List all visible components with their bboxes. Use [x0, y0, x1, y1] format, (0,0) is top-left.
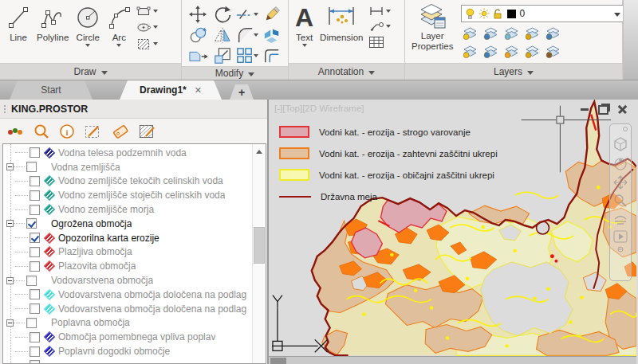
restore-icon[interactable] — [597, 104, 609, 115]
tree-checkbox[interactable] — [26, 162, 37, 172]
trim-button[interactable] — [236, 6, 258, 22]
tab-drawing1[interactable]: Drawing1*✕ — [120, 80, 222, 100]
hatch-edit-icon[interactable] — [139, 123, 156, 139]
edit-icon[interactable] — [85, 123, 102, 139]
showmotion-icon[interactable] — [612, 229, 628, 244]
tree-item[interactable]: Vodno zemljišče tekočih celinskih voda — [3, 174, 252, 189]
tree-checkbox[interactable] — [26, 276, 37, 286]
tab-close-icon[interactable]: ✕ — [195, 85, 202, 96]
tree-item[interactable]: Poplavna območja — [3, 316, 252, 331]
layer-thaw-icon[interactable] — [504, 44, 519, 59]
layer-merge-icon[interactable] — [545, 25, 561, 41]
fillet-button[interactable] — [236, 26, 258, 44]
layer-freeze-icon[interactable] — [504, 25, 519, 41]
dimension-style-button[interactable] — [368, 6, 391, 17]
tag-icon[interactable] — [112, 123, 129, 139]
tree-item[interactable]: Plazovita območja — [3, 259, 252, 273]
pan-icon[interactable] — [612, 174, 628, 190]
tree-item[interactable]: Vodna zemljišča — [3, 160, 252, 174]
circle-button[interactable]: Circle — [72, 2, 104, 51]
tab-start[interactable]: Start — [10, 80, 93, 100]
tree-checkbox[interactable] — [30, 360, 40, 363]
modify-panel-title[interactable]: Modify — [182, 66, 288, 80]
tree-expander-icon[interactable] — [6, 163, 14, 170]
scrollbar-thumb[interactable] — [270, 358, 286, 364]
layer-dropdown[interactable]: 0 — [461, 5, 624, 22]
scrollbar-thumb[interactable] — [254, 227, 265, 264]
arc-button[interactable]: Arc — [104, 2, 134, 51]
layer-lock-icon[interactable] — [525, 25, 540, 41]
tree-item[interactable]: Poplavni dogodki območje — [3, 344, 252, 358]
table-button[interactable] — [368, 36, 391, 49]
array-button[interactable] — [236, 47, 258, 65]
info-icon[interactable]: i — [59, 123, 75, 139]
tree-item[interactable]: Vodno zemljišče stoječih celinskih voda — [3, 188, 252, 202]
tree-checkbox[interactable] — [30, 233, 40, 243]
options-dots-icon[interactable] — [6, 124, 24, 139]
zoom-icon[interactable] — [612, 193, 628, 209]
text-button[interactable]: A Text — [292, 2, 317, 51]
mirror-icon[interactable] — [213, 26, 232, 44]
copy-icon[interactable] — [188, 26, 207, 44]
tree-item[interactable]: Vodovarstvena območja določena na podlag — [3, 302, 252, 316]
tree-checkbox[interactable] — [30, 247, 40, 257]
polyline-button[interactable]: Polyline — [33, 2, 72, 44]
tree-item[interactable]: Območja pomembnega vpliva poplav — [3, 330, 252, 344]
tree-checkbox[interactable] — [30, 205, 40, 215]
wheel-cube-icon[interactable] — [612, 135, 629, 154]
tree-scrollbar[interactable] — [252, 144, 266, 363]
tree-checkbox[interactable] — [26, 218, 37, 229]
layer-off-icon[interactable] — [463, 25, 478, 41]
offset-icon[interactable] — [262, 47, 282, 65]
draw-panel-title[interactable]: Draw — [0, 63, 181, 80]
tree-checkbox[interactable] — [30, 261, 40, 272]
tree-item[interactable]: Ogrožena območja — [3, 217, 252, 231]
ellipse-button[interactable] — [136, 22, 158, 33]
orbit-icon[interactable] — [612, 156, 628, 172]
palette-grip[interactable] — [3, 104, 7, 114]
tree-checkbox[interactable] — [30, 176, 40, 186]
viewport-controls-label[interactable]: [-][Top][2D Wireframe] — [274, 104, 364, 113]
tree-item[interactable]: Vodno zemljišče morja — [3, 202, 252, 217]
navbar-dot-icon[interactable] — [612, 126, 628, 132]
tree-checkbox[interactable] — [30, 289, 40, 299]
tree-checkbox[interactable] — [30, 303, 40, 314]
layer-isolate-icon[interactable] — [483, 25, 498, 41]
tree-item[interactable]: Vodovarstvena območja — [3, 273, 252, 288]
rectangle-button[interactable] — [136, 6, 158, 18]
navbar-collapse-icon[interactable] — [614, 246, 627, 252]
rotate-icon[interactable] — [213, 5, 232, 24]
explode-icon[interactable] — [262, 26, 282, 44]
dimension-button[interactable]: Dimension — [317, 2, 366, 44]
tree-checkbox[interactable] — [30, 332, 40, 342]
tree-expander-icon[interactable] — [6, 220, 14, 227]
layer-unisolate-icon[interactable] — [483, 44, 498, 59]
steering-wheel-icon[interactable] — [612, 211, 628, 227]
scale-icon[interactable] — [213, 46, 232, 65]
horizontal-scrollbar[interactable] — [269, 356, 636, 364]
scroll-up-icon[interactable] — [256, 147, 262, 154]
tree-checkbox[interactable] — [30, 147, 40, 158]
search-icon[interactable] — [33, 123, 49, 139]
move-icon[interactable] — [188, 5, 207, 24]
layer-unlock-icon[interactable] — [525, 44, 540, 59]
tree-item[interactable]: Vodovarstvena območja določena na podlag — [3, 288, 252, 302]
tree-item[interactable]: Vodna telesa podzemnih voda — [3, 146, 252, 160]
new-tab-button[interactable]: + — [230, 84, 254, 100]
tree-expander-icon[interactable] — [6, 319, 14, 327]
tree-checkbox[interactable] — [30, 346, 40, 357]
tree-item[interactable]: Plazljiva območja — [3, 245, 252, 260]
erase-icon[interactable] — [262, 5, 282, 24]
minimize-icon[interactable] — [578, 104, 590, 115]
stretch-icon[interactable] — [187, 47, 208, 65]
palette-header[interactable]: KING.PROSTOR — [0, 100, 267, 119]
line-button[interactable]: Line — [3, 2, 33, 44]
tree-checkbox[interactable] — [30, 190, 40, 201]
layer-properties-button[interactable]: Layer Properties — [408, 2, 456, 53]
hatch-button[interactable] — [136, 37, 158, 51]
leader-button[interactable] — [368, 21, 391, 32]
close-icon[interactable] — [616, 104, 628, 115]
layers-panel-title[interactable]: Layers — [405, 63, 622, 80]
annotation-panel-title[interactable]: Annotation — [289, 63, 404, 80]
layer-walk-icon[interactable] — [545, 44, 561, 59]
